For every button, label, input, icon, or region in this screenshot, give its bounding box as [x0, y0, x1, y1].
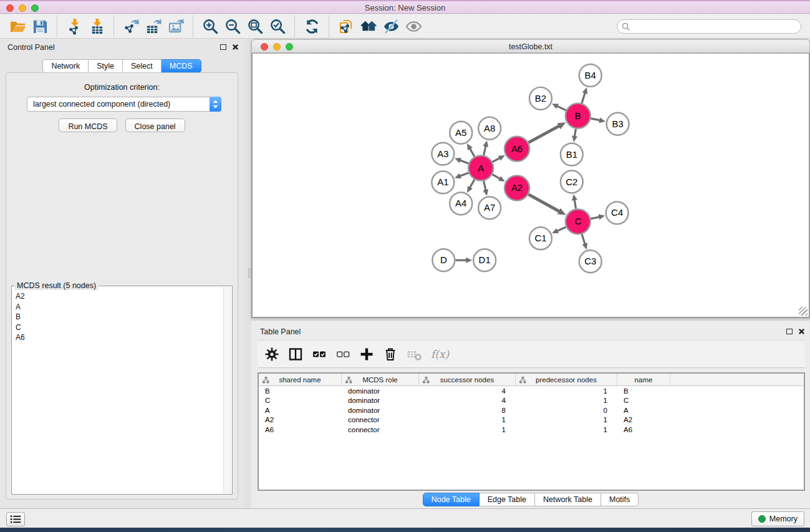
table-row[interactable]: A2connector11A2 — [259, 415, 804, 425]
save-session-button[interactable] — [29, 16, 51, 37]
tab-network-table[interactable]: Network Table — [535, 493, 601, 506]
graph-edge-A-A4[interactable] — [470, 180, 475, 188]
graph-edge-A-A1[interactable] — [459, 173, 468, 177]
float-table-panel-icon[interactable] — [786, 329, 793, 334]
graph-edge-B-B3[interactable] — [591, 118, 600, 120]
refresh-layout-button[interactable] — [301, 16, 323, 37]
column-selector-button[interactable] — [286, 345, 305, 364]
table-row[interactable]: Bdominator41B — [259, 386, 804, 396]
zoom-in-button[interactable] — [199, 16, 221, 37]
resize-grip-icon[interactable] — [799, 307, 808, 316]
import-table-button[interactable] — [85, 16, 108, 37]
table-cell[interactable]: 1 — [516, 396, 617, 406]
tab-edge-table[interactable]: Edge Table — [480, 493, 535, 506]
table-cell[interactable]: 1 — [516, 415, 617, 425]
column-header-successor-nodes[interactable]: successor nodes — [419, 374, 516, 385]
graph-edge-A2-C[interactable] — [528, 195, 560, 212]
tab-style[interactable]: Style — [89, 59, 123, 73]
table-cell[interactable]: 4 — [419, 396, 516, 406]
graph-node-A7[interactable]: A7 — [478, 196, 501, 219]
mcds-result-item[interactable]: A6 — [12, 332, 223, 343]
graph-node-A[interactable]: A — [468, 156, 493, 181]
mcds-result-item[interactable]: A2 — [12, 291, 223, 302]
table-cell[interactable]: connector — [342, 425, 419, 435]
table-cell[interactable]: dominator — [342, 405, 419, 415]
graph-edge-C-C3[interactable] — [582, 234, 585, 244]
task-history-button[interactable] — [6, 512, 25, 526]
table-cell[interactable]: connector — [342, 415, 419, 425]
table-cell[interactable]: 4 — [419, 386, 516, 396]
table-cell[interactable]: A2 — [259, 415, 342, 425]
delete-row-button[interactable] — [381, 345, 400, 364]
column-header-shared-name[interactable]: shared name — [259, 374, 342, 385]
graph-edge-A-A7[interactable] — [484, 181, 486, 191]
float-panel-icon[interactable] — [220, 44, 226, 50]
table-cell[interactable]: A — [259, 405, 342, 415]
mcds-result-item[interactable]: C — [12, 322, 223, 333]
graph-node-A6[interactable]: A6 — [504, 137, 529, 162]
graph-node-A5[interactable]: A5 — [450, 122, 472, 144]
home-button[interactable] — [357, 16, 380, 37]
select-all-button[interactable] — [310, 345, 329, 364]
export-network-button[interactable] — [120, 16, 142, 37]
table-cell[interactable]: A6 — [617, 425, 670, 435]
table-cell[interactable]: 8 — [419, 405, 516, 415]
close-panel-icon[interactable] — [232, 44, 239, 51]
graph-edge-B-B4[interactable] — [582, 92, 586, 104]
table-cell[interactable]: C — [617, 396, 670, 406]
table-cell[interactable]: A2 — [617, 415, 670, 425]
graph-node-D[interactable]: D — [432, 249, 455, 271]
tab-select[interactable]: Select — [123, 59, 162, 73]
graph-edge-B-B1[interactable] — [574, 128, 576, 137]
column-header-predecessor-nodes[interactable]: predecessor nodes — [516, 374, 617, 385]
zoom-fit-button[interactable] — [244, 16, 266, 37]
function-builder-button[interactable]: f(x) — [428, 348, 449, 360]
table-cell[interactable]: 0 — [516, 405, 617, 415]
table-cell[interactable]: A6 — [259, 425, 342, 435]
graph-node-C2[interactable]: C2 — [561, 171, 583, 193]
table-cell[interactable]: B — [259, 386, 342, 396]
run-mcds-button[interactable]: Run MCDS — [59, 118, 117, 132]
graph-node-A8[interactable]: A8 — [478, 117, 501, 140]
table-cell[interactable]: B — [617, 386, 670, 396]
clone-network-button[interactable] — [335, 16, 357, 37]
table-cell[interactable]: 1 — [419, 425, 516, 435]
graph-node-A4[interactable]: A4 — [450, 192, 472, 215]
table-row[interactable]: Cdominator41C — [259, 396, 804, 406]
memory-button[interactable]: Memory — [751, 511, 804, 526]
import-network-button[interactable] — [63, 16, 85, 37]
graph-node-C3[interactable]: C3 — [579, 250, 602, 273]
table-cell[interactable]: dominator — [342, 396, 419, 406]
graph-edge-A-A5[interactable] — [470, 148, 475, 157]
mcds-result-item[interactable]: A — [12, 302, 223, 312]
close-table-panel-icon[interactable] — [798, 328, 805, 335]
open-session-button[interactable] — [6, 16, 29, 37]
export-table-button[interactable] — [142, 16, 165, 37]
column-header-name[interactable]: name — [617, 374, 670, 385]
column-header-MCDS-role[interactable]: MCDS role — [342, 374, 419, 385]
graph-edge-A-A8[interactable] — [484, 145, 486, 155]
graph-node-A3[interactable]: A3 — [432, 143, 454, 165]
table-row[interactable]: A6connector11A6 — [259, 425, 804, 435]
graph-edge-A-A2[interactable] — [493, 175, 501, 179]
graph-node-A2[interactable]: A2 — [504, 176, 529, 201]
tab-motifs[interactable]: Motifs — [601, 493, 639, 506]
table-cell[interactable]: C — [259, 396, 342, 406]
zoom-out-button[interactable] — [221, 16, 244, 37]
graph-node-B4[interactable]: B4 — [579, 64, 602, 87]
graph-node-C1[interactable]: C1 — [529, 227, 552, 249]
graph-edge-C-C2[interactable] — [574, 199, 576, 209]
tab-node-table[interactable]: Node Table — [423, 493, 480, 506]
table-cell[interactable]: 1 — [419, 415, 516, 425]
network-canvas[interactable]: B4B2BB3A8A5A6A3B1AC2A1A2A4A7C4CC1DD1C3 — [251, 53, 810, 318]
search-box[interactable] — [617, 19, 801, 34]
unselect-all-button[interactable] — [334, 345, 352, 364]
mcds-result-item[interactable]: B — [12, 312, 223, 322]
graph-node-B[interactable]: B — [566, 104, 591, 128]
birds-eye-view-button[interactable] — [402, 16, 425, 37]
graph-edge-A-A3[interactable] — [459, 160, 468, 163]
export-image-button[interactable] — [165, 16, 187, 37]
table-cell[interactable]: 1 — [516, 425, 617, 435]
settings-button[interactable] — [263, 345, 281, 364]
graph-edge-C-C1[interactable] — [556, 227, 566, 231]
